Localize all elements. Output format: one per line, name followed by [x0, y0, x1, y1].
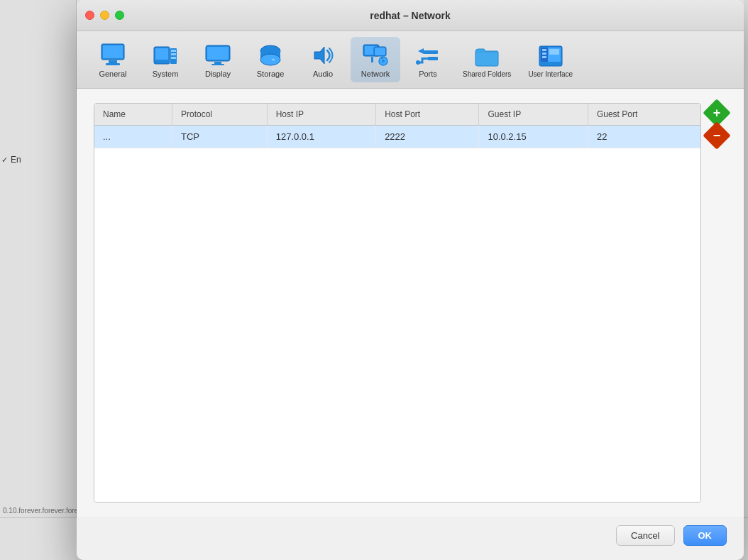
- cell-protocol: TCP: [172, 126, 267, 148]
- toolbar-item-user-interface[interactable]: User Interface: [521, 38, 580, 82]
- dialog-footer: Cancel OK: [77, 517, 744, 560]
- port-forwarding-table: Name Protocol Host IP Host Port Guest IP…: [94, 104, 700, 148]
- toolbar-item-system[interactable]: System: [141, 37, 190, 82]
- svg-rect-24: [371, 57, 373, 62]
- toolbar-item-general[interactable]: General: [88, 37, 138, 82]
- toolbar-item-display[interactable]: Display: [193, 37, 243, 82]
- col-header-host-port: Host Port: [376, 104, 479, 126]
- col-header-protocol: Protocol: [172, 104, 267, 126]
- toolbar-item-storage[interactable]: Storage: [246, 37, 295, 82]
- title-bar: redhat – Network: [77, 0, 744, 31]
- svg-rect-34: [542, 56, 546, 58]
- ok-button[interactable]: OK: [683, 525, 727, 546]
- window-controls: [85, 11, 124, 20]
- svg-rect-33: [542, 53, 546, 55]
- display-icon: [204, 41, 232, 70]
- general-icon: [99, 41, 127, 70]
- content-area: Name Protocol Host IP Host Port Guest IP…: [77, 89, 744, 517]
- toolbar-item-network[interactable]: Network: [351, 37, 400, 82]
- close-button[interactable]: [85, 11, 94, 20]
- svg-rect-35: [549, 49, 559, 55]
- remove-rule-button[interactable]: [703, 121, 731, 150]
- svg-rect-1: [103, 45, 123, 58]
- bg-text-line: 0.10.forever.forever.forever: [0, 505, 77, 516]
- system-icon: [151, 41, 180, 70]
- shared-folders-icon: [473, 42, 501, 70]
- ports-label: Ports: [419, 70, 437, 78]
- toolbar-item-audio[interactable]: Audio: [298, 37, 348, 82]
- network-icon: [361, 41, 390, 70]
- port-forwarding-area: Name Protocol Host IP Host Port Guest IP…: [94, 103, 727, 503]
- svg-rect-26: [424, 50, 438, 54]
- col-header-guest-ip: Guest IP: [479, 104, 588, 126]
- bg-sidebar: [0, 0, 77, 560]
- table-row[interactable]: ... TCP 127.0.0.1 2222 10.0.2.15 22: [94, 126, 700, 148]
- svg-rect-32: [542, 49, 546, 51]
- svg-point-17: [272, 59, 275, 61]
- svg-rect-13: [211, 64, 224, 65]
- port-forwarding-table-container: Name Protocol Host IP Host Port Guest IP…: [94, 103, 701, 503]
- svg-rect-12: [214, 62, 221, 64]
- cell-host-ip: 127.0.0.1: [267, 126, 375, 148]
- audio-icon: [309, 41, 337, 70]
- user-interface-label: User Interface: [528, 70, 573, 78]
- audio-label: Audio: [313, 70, 333, 78]
- svg-rect-5: [155, 48, 168, 60]
- svg-rect-21: [375, 48, 385, 55]
- cell-name: ...: [94, 126, 172, 148]
- storage-icon: [256, 41, 285, 70]
- toolbar-item-shared-folders[interactable]: Shared Folders: [456, 38, 518, 82]
- side-action-buttons: [707, 103, 727, 503]
- svg-rect-2: [109, 60, 117, 63]
- maximize-button[interactable]: [115, 11, 124, 20]
- svg-point-16: [260, 54, 280, 65]
- bg-checkbox-label: En: [11, 155, 21, 165]
- storage-label: Storage: [257, 70, 285, 78]
- general-label: General: [99, 70, 126, 78]
- cell-guest-port: 22: [588, 126, 700, 148]
- svg-rect-7: [171, 50, 176, 52]
- minimize-button[interactable]: [100, 11, 109, 20]
- svg-rect-9: [171, 57, 176, 59]
- system-label: System: [153, 70, 179, 78]
- col-header-guest-port: Guest Port: [588, 104, 700, 126]
- col-header-host-ip: Host IP: [267, 104, 375, 126]
- cell-host-port: 2222: [376, 126, 479, 148]
- toolbar: General System Display: [77, 31, 744, 89]
- toolbar-item-ports[interactable]: Ports: [403, 37, 453, 82]
- svg-rect-11: [207, 47, 229, 60]
- col-header-name: Name: [94, 104, 172, 126]
- shared-folders-label: Shared Folders: [463, 70, 511, 78]
- network-label: Network: [361, 70, 390, 78]
- ports-icon: [414, 41, 442, 70]
- bg-checkbox-area: ✓ En: [1, 155, 21, 165]
- bg-right-edge: [744, 0, 748, 560]
- user-interface-icon: [537, 42, 565, 70]
- window-title: redhat – Network: [370, 10, 451, 21]
- cell-guest-ip: 10.0.2.15: [479, 126, 588, 148]
- cancel-button[interactable]: Cancel: [616, 525, 674, 546]
- svg-rect-8: [171, 53, 176, 55]
- svg-point-28: [416, 60, 420, 65]
- svg-rect-25: [381, 57, 383, 59]
- table-empty-space: [94, 148, 700, 502]
- svg-rect-3: [106, 63, 120, 65]
- svg-point-23: [382, 60, 385, 62]
- display-label: Display: [205, 70, 231, 78]
- main-dialog: redhat – Network General System: [77, 0, 744, 560]
- svg-rect-27: [428, 57, 438, 60]
